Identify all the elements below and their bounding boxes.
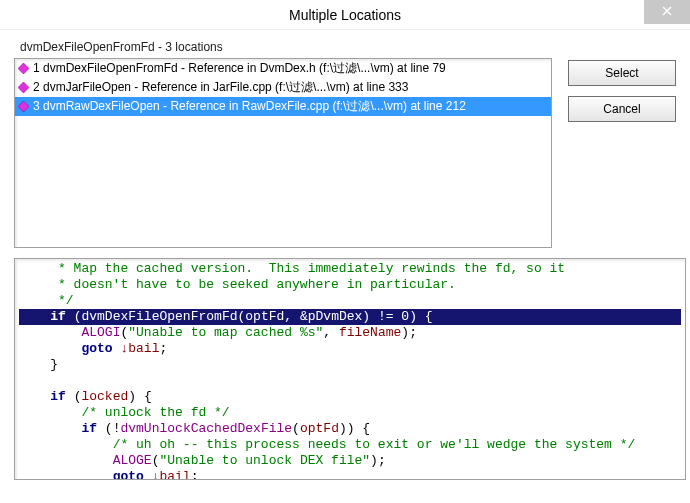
list-item-label: 1 dvmDexFileOpenFromFd - Reference in Dv… [33,60,446,77]
window-title: Multiple Locations [0,7,690,23]
list-item[interactable]: 3 dvmRawDexFileOpen - Reference in RawDe… [15,97,551,116]
diamond-icon [17,82,29,94]
svg-marker-4 [18,101,29,112]
select-button[interactable]: Select [568,60,676,86]
button-column: Select Cancel [568,58,676,248]
titlebar: Multiple Locations [0,0,690,30]
list-item-label: 2 dvmJarFileOpen - Reference in JarFile.… [33,79,408,96]
upper-panel: dvmDexFileOpenFromFd - 3 locations 1 dvm… [0,30,690,256]
close-icon [662,5,672,19]
svg-marker-2 [18,63,29,74]
list-item-label: 3 dvmRawDexFileOpen - Reference in RawDe… [33,98,466,115]
locations-subtitle: dvmDexFileOpenFromFd - 3 locations [14,40,676,54]
code-content: * Map the cached version. This immediate… [15,259,685,480]
list-item[interactable]: 2 dvmJarFileOpen - Reference in JarFile.… [15,78,551,97]
code-preview[interactable]: * Map the cached version. This immediate… [14,258,686,480]
cancel-button[interactable]: Cancel [568,96,676,122]
svg-marker-3 [18,82,29,93]
list-item[interactable]: 1 dvmDexFileOpenFromFd - Reference in Dv… [15,59,551,78]
diamond-icon [17,63,29,75]
diamond-icon [17,101,29,113]
locations-listbox[interactable]: 1 dvmDexFileOpenFromFd - Reference in Dv… [14,58,552,248]
close-button[interactable] [644,0,690,24]
